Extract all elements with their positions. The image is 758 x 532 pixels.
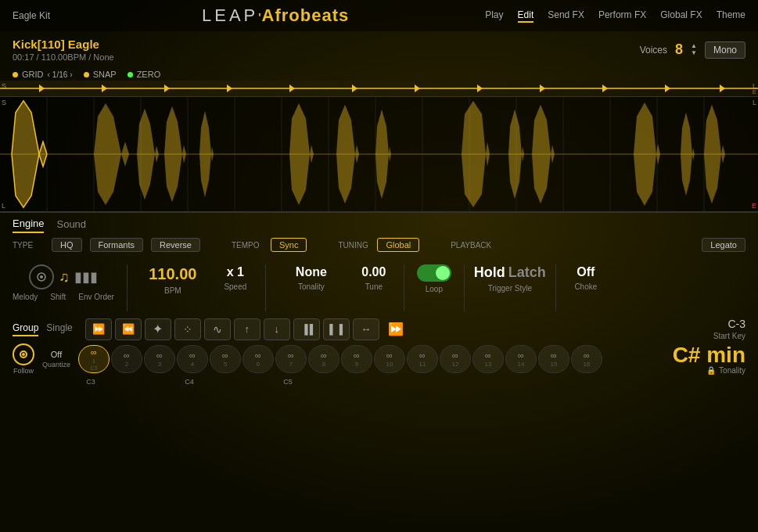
sample-name: Kick[110] Eagle bbox=[13, 38, 640, 51]
step-btn-3[interactable]: ∞ 3 bbox=[144, 345, 175, 373]
grid-view-icon[interactable]: ▮▮▮ bbox=[74, 268, 98, 286]
step-5-number: 5 bbox=[224, 361, 227, 368]
voices-label: Voices bbox=[640, 45, 667, 56]
svg-marker-12 bbox=[720, 84, 725, 92]
controls-row: ♫ ▮▮▮ Melody Shift Env Order 110.00 BPM … bbox=[0, 261, 758, 315]
speed-label: Speed bbox=[224, 282, 246, 291]
step-btn-4[interactable]: ∞ 4 bbox=[177, 345, 208, 373]
voices-count: 8 bbox=[675, 41, 683, 58]
seq-nav-right-btn[interactable]: ⏩ bbox=[383, 318, 409, 340]
choke-value: Off bbox=[577, 264, 595, 279]
step-btn-5[interactable]: ∞ 5 bbox=[210, 345, 241, 373]
step-btn-12[interactable]: ∞ 12 bbox=[440, 345, 471, 373]
step-11-icon: ∞ bbox=[419, 350, 426, 360]
formants-button[interactable]: Formants bbox=[90, 238, 143, 252]
voices-up-arrow[interactable]: ▲ bbox=[691, 43, 697, 49]
voices-down-arrow[interactable]: ▼ bbox=[691, 50, 697, 56]
hq-button[interactable]: HQ bbox=[52, 238, 82, 252]
global-button[interactable]: Global bbox=[377, 238, 419, 252]
step-2-icon: ∞ bbox=[124, 350, 130, 360]
svg-marker-3 bbox=[164, 84, 170, 92]
seq-random-btn[interactable]: ✦ bbox=[145, 318, 171, 340]
header-left: Kick[110] Eagle 00:17 / 110.00BPM / None bbox=[13, 38, 640, 62]
svg-marker-4 bbox=[227, 84, 232, 92]
mini-timeline-svg bbox=[0, 81, 758, 96]
latch-value: Latch bbox=[508, 264, 546, 281]
step-btn-8[interactable]: ∞ 8 bbox=[308, 345, 339, 373]
step-btn-1[interactable]: ∞ 1 C3 bbox=[78, 345, 110, 373]
loop-toggle[interactable] bbox=[417, 264, 451, 282]
grid-next-arrow[interactable]: › bbox=[70, 70, 72, 79]
tab-engine[interactable]: Engine bbox=[13, 217, 44, 233]
nav-global-fx[interactable]: Global FX bbox=[660, 9, 702, 23]
loop-label: Loop bbox=[426, 285, 443, 293]
step-btn-13[interactable]: ∞ 13 bbox=[472, 345, 504, 373]
waveform-s-label: S bbox=[2, 99, 6, 106]
tonality-section: C# min 🔒 Tonality bbox=[673, 344, 745, 375]
mini-timeline[interactable]: S L E bbox=[0, 81, 758, 96]
seq-rewind-btn[interactable]: ⏪ bbox=[115, 318, 142, 340]
main-container: Eagle Kit LEAP'Afrobeats Play Edit Send … bbox=[0, 0, 758, 532]
tonality-label-row: 🔒 Tonality bbox=[706, 366, 745, 375]
music-note-icon[interactable]: ♫ bbox=[59, 269, 70, 286]
svg-marker-8 bbox=[477, 84, 483, 92]
single-tab[interactable]: Single bbox=[46, 322, 72, 336]
record-icon-circle[interactable] bbox=[29, 264, 54, 289]
step-6-number: 6 bbox=[257, 361, 260, 368]
svg-marker-11 bbox=[665, 84, 670, 92]
mono-button[interactable]: Mono bbox=[705, 41, 745, 59]
nav-perform-fx[interactable]: Perform FX bbox=[598, 9, 646, 23]
step-btn-6[interactable]: ∞ 6 bbox=[242, 345, 274, 373]
header-right: Voices 8 ▲ ▼ Mono bbox=[640, 41, 745, 59]
nav-send-fx[interactable]: Send FX bbox=[548, 9, 584, 23]
seq-up-btn[interactable]: ↑ bbox=[234, 318, 260, 340]
tonality-display: C# min bbox=[673, 344, 745, 366]
shift-label: Shift bbox=[50, 293, 66, 301]
zero-dot bbox=[128, 72, 133, 77]
step-btn-15[interactable]: ∞ 15 bbox=[538, 345, 569, 373]
grid-value: 1/16 bbox=[52, 70, 67, 79]
reverse-button[interactable]: Reverse bbox=[151, 238, 200, 252]
sync-button[interactable]: Sync bbox=[271, 238, 307, 252]
quantize-group: Off Quantize bbox=[42, 350, 70, 368]
step-btn-2[interactable]: ∞ 2 bbox=[111, 345, 142, 373]
main-waveform[interactable]: S L L E bbox=[0, 96, 758, 212]
follow-icon[interactable] bbox=[13, 343, 34, 365]
voices-arrows[interactable]: ▲ ▼ bbox=[691, 43, 697, 56]
tonality-group: None Tonality bbox=[272, 264, 350, 291]
group-tab[interactable]: Group bbox=[13, 322, 38, 336]
seq-down-btn[interactable]: ↓ bbox=[264, 318, 290, 340]
legato-button[interactable]: Legato bbox=[702, 238, 745, 252]
grid-prev-arrow[interactable]: ‹ bbox=[48, 70, 50, 79]
seq-swap-btn[interactable]: ↔ bbox=[353, 318, 379, 340]
step-13-icon: ∞ bbox=[485, 350, 491, 360]
step-btn-10[interactable]: ∞ 10 bbox=[374, 345, 405, 373]
tab-sound[interactable]: Sound bbox=[56, 218, 86, 232]
seq-wave-btn[interactable]: ∿ bbox=[204, 318, 231, 340]
waveform-l-label: L bbox=[753, 99, 756, 106]
seq-top-row: Group Single ⏩ ⏪ ✦ ⁘ ∿ ↑ ↓ ▐▐ ▌▐ ↔ ⏩ C-3… bbox=[13, 318, 745, 340]
bottom-section: Group Single ⏩ ⏪ ✦ ⁘ ∿ ↑ ↓ ▐▐ ▌▐ ↔ ⏩ C-3… bbox=[0, 315, 758, 532]
step-5-icon: ∞ bbox=[222, 350, 228, 360]
seq-bars1-btn[interactable]: ▐▐ bbox=[293, 318, 320, 340]
brand-leap: LEAP bbox=[202, 5, 258, 25]
trigger-group: Hold Latch Trigger Style bbox=[471, 264, 549, 293]
seq-pattern-btn[interactable]: ⁘ bbox=[174, 318, 201, 340]
step-btn-16[interactable]: ∞ 16 bbox=[571, 345, 602, 373]
type-row: TYPE HQ Formants Reverse TEMPO Sync TUNI… bbox=[13, 238, 745, 252]
quantize-value: Off bbox=[51, 350, 62, 359]
seq-bars2-btn[interactable]: ▌▐ bbox=[323, 318, 350, 340]
hold-value: Hold bbox=[474, 264, 505, 281]
seq-fast-forward-btn[interactable]: ⏩ bbox=[85, 318, 112, 340]
bpm-label: BPM bbox=[164, 286, 181, 295]
brand-title: LEAP'Afrobeats bbox=[66, 5, 485, 26]
icon-labels: Melody Shift Env Order bbox=[13, 293, 114, 301]
nav-edit[interactable]: Edit bbox=[518, 9, 534, 23]
step-btn-9[interactable]: ∞ 9 bbox=[341, 345, 372, 373]
nav-theme[interactable]: Theme bbox=[717, 9, 745, 23]
group-single-tabs: Group Single bbox=[13, 322, 73, 336]
step-btn-11[interactable]: ∞ 11 bbox=[407, 345, 438, 373]
step-btn-7[interactable]: ∞ 7 bbox=[275, 345, 307, 373]
step-btn-14[interactable]: ∞ 14 bbox=[505, 345, 537, 373]
nav-play[interactable]: Play bbox=[485, 9, 503, 23]
